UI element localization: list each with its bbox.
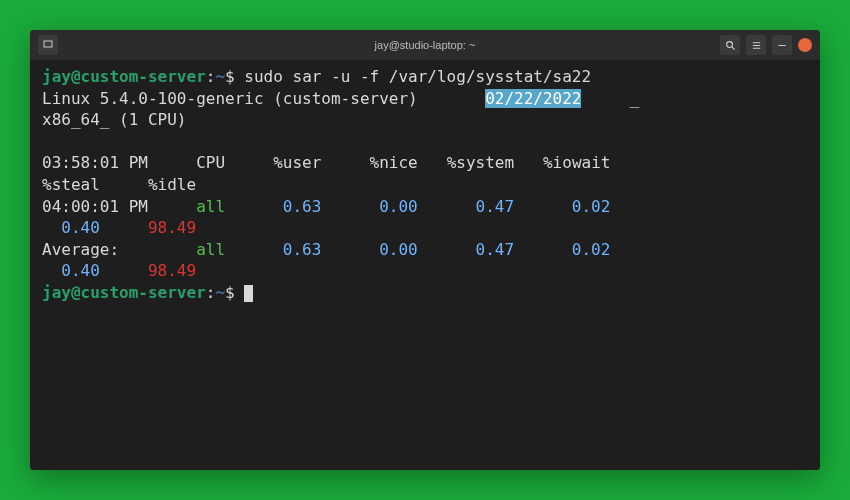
window-title: jay@studio-laptop: ~: [375, 39, 476, 51]
row0-cpu: all: [196, 197, 225, 216]
row1-cpu: all: [196, 240, 225, 259]
titlebar: jay@studio-laptop: ~ –: [30, 30, 820, 60]
prompt-user: jay@custom-server: [42, 67, 206, 86]
row1-steal: 0.40: [61, 261, 100, 280]
prompt2-user: jay@custom-server: [42, 283, 206, 302]
row0-iowait: 0.02: [572, 197, 611, 216]
row0-user: 0.63: [283, 197, 322, 216]
cursor: [244, 285, 253, 302]
row1-iowait: 0.02: [572, 240, 611, 259]
svg-point-1: [726, 41, 732, 47]
row0-system: 0.47: [476, 197, 515, 216]
search-button[interactable]: [720, 35, 740, 55]
row1-idle: 98.49: [148, 261, 196, 280]
row1-system: 0.47: [476, 240, 515, 259]
row0-nice: 0.00: [379, 197, 418, 216]
row1-user: 0.63: [283, 240, 322, 259]
hdr-iowait: %iowait: [543, 153, 610, 172]
hdr-time: 03:58:01 PM: [42, 153, 148, 172]
svg-line-2: [731, 46, 734, 49]
hamburger-icon: [751, 40, 762, 51]
prompt2-path: ~: [215, 283, 225, 302]
hdr-system: %system: [447, 153, 514, 172]
close-button[interactable]: [798, 38, 812, 52]
sysinfo-date: 02/22/2022: [485, 89, 581, 108]
hdr-user: %user: [273, 153, 321, 172]
terminal-window: jay@studio-laptop: ~ – jay@custom-server…: [30, 30, 820, 470]
minimize-button[interactable]: –: [772, 35, 792, 55]
terminal-body[interactable]: jay@custom-server:~$ sudo sar -u -f /var…: [30, 60, 820, 470]
row0-time: 04:00:01 PM: [42, 197, 148, 216]
row0-steal: 0.40: [61, 218, 100, 237]
new-tab-button[interactable]: [38, 35, 58, 55]
prompt-path: ~: [215, 67, 225, 86]
command-text: sudo sar -u -f /var/log/sysstat/sa22: [244, 67, 591, 86]
hdr-nice: %nice: [370, 153, 418, 172]
sysinfo-arch: x86_64_ (1 CPU): [42, 110, 187, 129]
hdr-steal: %steal: [42, 175, 100, 194]
row1-time: Average:: [42, 240, 148, 259]
menu-button[interactable]: [746, 35, 766, 55]
search-icon: [725, 40, 736, 51]
svg-rect-0: [44, 41, 52, 47]
hdr-cpu: CPU: [196, 153, 225, 172]
row0-idle: 98.49: [148, 218, 196, 237]
sysinfo-kernel: Linux 5.4.0-100-generic (custom-server): [42, 89, 418, 108]
row1-nice: 0.00: [379, 240, 418, 259]
hdr-idle: %idle: [148, 175, 196, 194]
